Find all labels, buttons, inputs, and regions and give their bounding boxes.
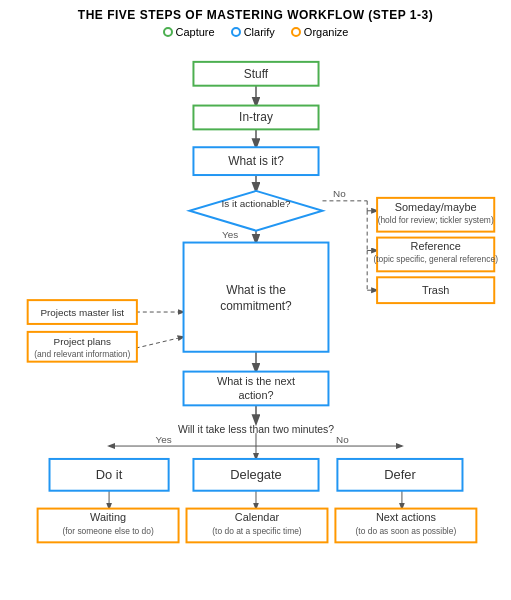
legend-clarify: Clarify xyxy=(231,26,275,38)
nextaction-label2: action? xyxy=(238,389,273,401)
commitment-label1: What is the xyxy=(226,283,286,297)
clarify-icon xyxy=(231,27,241,37)
someday-sub: (hold for review; tickler system) xyxy=(378,215,494,225)
project-plans-sub: (and relevant information) xyxy=(34,349,130,359)
capture-icon xyxy=(163,27,173,37)
actionable-label: Is it actionable? xyxy=(222,198,291,209)
capture-label: Capture xyxy=(176,26,215,38)
flowchart-svg: Stuff In-tray What is it? Is it actionab… xyxy=(8,44,503,588)
page: THE FIVE STEPS OF MASTERING WORKFLOW (ST… xyxy=(0,0,511,600)
delegate-label: Delegate xyxy=(230,467,282,482)
commitment-label2: commitment? xyxy=(220,299,292,313)
clarify-label: Clarify xyxy=(244,26,275,38)
whatisit-label: What is it? xyxy=(228,154,284,168)
no2-label: No xyxy=(336,434,349,445)
reference-sub: (topic specific, general reference) xyxy=(373,254,498,264)
doit-label: Do it xyxy=(96,467,123,482)
projects-master-label: Projects master list xyxy=(40,307,124,318)
legend-organize: Organize xyxy=(291,26,349,38)
waiting-label: Waiting xyxy=(90,511,126,523)
nextaction-label1: What is the next xyxy=(217,375,295,387)
calendar-label: Calendar xyxy=(235,511,280,523)
yes2-label: Yes xyxy=(156,434,172,445)
defer-label: Defer xyxy=(384,467,416,482)
flowchart: Stuff In-tray What is it? Is it actionab… xyxy=(8,44,503,588)
organize-label: Organize xyxy=(304,26,349,38)
stuff-label: Stuff xyxy=(244,67,269,81)
yes-label: Yes xyxy=(222,229,238,240)
legend: Capture Clarify Organize xyxy=(8,26,503,38)
someday-label: Someday/maybe xyxy=(395,201,477,213)
page-title: THE FIVE STEPS OF MASTERING WORKFLOW (ST… xyxy=(8,8,503,22)
project-plans-label: Project plans xyxy=(54,336,111,347)
nextactions-sub: (to do as soon as possible) xyxy=(356,526,457,536)
trash-label: Trash xyxy=(422,284,449,296)
reference-label: Reference xyxy=(411,240,461,252)
nextactions-label: Next actions xyxy=(376,511,437,523)
legend-capture: Capture xyxy=(163,26,215,38)
calendar-sub: (to do at a specific time) xyxy=(212,526,302,536)
no-label: No xyxy=(333,188,346,199)
waiting-sub: (for someone else to do) xyxy=(62,526,153,536)
intray-label: In-tray xyxy=(239,110,273,124)
twominutes-label: Will it take less than two minutes? xyxy=(178,424,334,435)
organize-icon xyxy=(291,27,301,37)
